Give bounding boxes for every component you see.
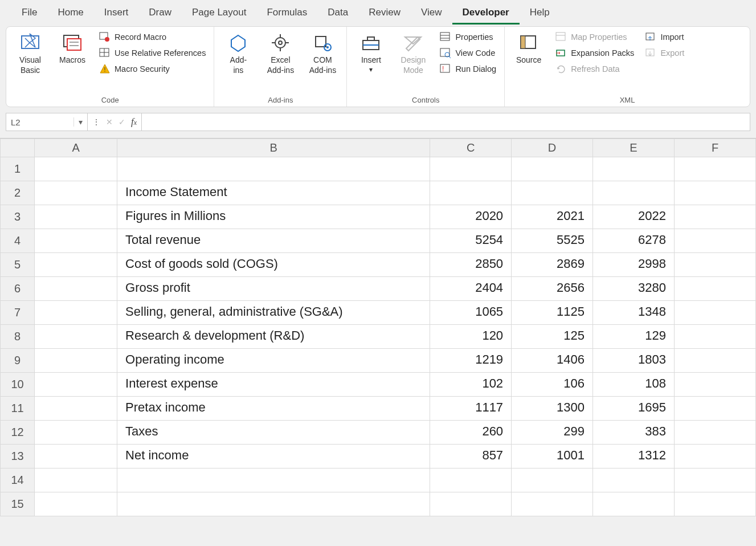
- row-header[interactable]: 1: [1, 157, 35, 181]
- tab-review[interactable]: Review: [358, 1, 411, 25]
- cell[interactable]: 1001: [512, 445, 593, 468]
- tab-formulas[interactable]: Formulas: [256, 1, 317, 25]
- cell[interactable]: [430, 492, 512, 516]
- row-header[interactable]: 2: [1, 181, 35, 205]
- cell[interactable]: 125: [512, 325, 593, 349]
- cell[interactable]: [35, 253, 117, 277]
- col-header-C[interactable]: C: [430, 139, 512, 157]
- cell[interactable]: 2404: [430, 277, 512, 301]
- cell[interactable]: [35, 445, 117, 468]
- col-header-F[interactable]: F: [675, 139, 756, 157]
- tab-developer[interactable]: Developer: [452, 1, 520, 25]
- row-header[interactable]: 3: [1, 205, 35, 229]
- cell[interactable]: 5254: [430, 229, 512, 253]
- tab-data[interactable]: Data: [317, 1, 358, 25]
- cell[interactable]: [593, 181, 675, 205]
- col-header-A[interactable]: A: [35, 139, 117, 157]
- row-header[interactable]: 11: [1, 397, 35, 421]
- cell[interactable]: 299: [512, 421, 593, 445]
- expansion-packs-button[interactable]: Expansion Packs: [553, 46, 636, 60]
- col-header-E[interactable]: E: [593, 139, 675, 157]
- name-box-dropdown[interactable]: ▾: [73, 117, 87, 127]
- cell[interactable]: 1312: [593, 445, 675, 468]
- map-properties-button[interactable]: Map Properties: [553, 30, 636, 44]
- cell[interactable]: Taxes: [117, 421, 430, 445]
- cell[interactable]: [675, 181, 756, 205]
- cell[interactable]: 2869: [512, 253, 593, 277]
- cancel-formula-icon[interactable]: ✕: [106, 117, 113, 127]
- cell[interactable]: [675, 349, 756, 373]
- cell[interactable]: [35, 277, 117, 301]
- cell[interactable]: [675, 157, 756, 181]
- refresh-data-button[interactable]: Refresh Data: [553, 62, 636, 76]
- cell[interactable]: [35, 421, 117, 445]
- cell[interactable]: Cost of goods sold (COGS): [117, 253, 430, 277]
- cell[interactable]: [675, 445, 756, 468]
- cell[interactable]: 1348: [593, 301, 675, 325]
- cell[interactable]: 1406: [512, 349, 593, 373]
- cell[interactable]: [675, 253, 756, 277]
- cell[interactable]: [430, 157, 512, 181]
- more-icon[interactable]: ⋮: [92, 117, 100, 127]
- cell[interactable]: Research & development (R&D): [117, 325, 430, 349]
- cell[interactable]: 2850: [430, 253, 512, 277]
- cell[interactable]: [675, 397, 756, 421]
- row-header[interactable]: 12: [1, 421, 35, 445]
- design-mode-button[interactable]: Design Mode: [395, 30, 431, 76]
- row-header[interactable]: 14: [1, 468, 35, 492]
- xml-export-button[interactable]: Export: [642, 46, 686, 60]
- cell[interactable]: [35, 492, 117, 516]
- cell[interactable]: 6278: [593, 229, 675, 253]
- cell[interactable]: [593, 492, 675, 516]
- cell[interactable]: [675, 325, 756, 349]
- cell[interactable]: Figures in Millions: [117, 205, 430, 229]
- cell[interactable]: 102: [430, 373, 512, 397]
- cell[interactable]: 1300: [512, 397, 593, 421]
- cell[interactable]: 1117: [430, 397, 512, 421]
- use-relative-references-button[interactable]: Use Relative References: [96, 46, 208, 60]
- cell[interactable]: [675, 301, 756, 325]
- excel-addins-button[interactable]: Excel Add-ins: [262, 30, 299, 76]
- cell[interactable]: Operating income: [117, 349, 430, 373]
- cell[interactable]: Total revenue: [117, 229, 430, 253]
- visual-basic-button[interactable]: Visual Basic: [12, 30, 48, 76]
- cell[interactable]: [35, 468, 117, 492]
- tab-help[interactable]: Help: [520, 1, 560, 25]
- tab-view[interactable]: View: [411, 1, 452, 25]
- cell[interactable]: 106: [512, 373, 593, 397]
- col-header-D[interactable]: D: [512, 139, 593, 157]
- tab-file[interactable]: File: [11, 1, 47, 25]
- row-header[interactable]: 10: [1, 373, 35, 397]
- row-header[interactable]: 8: [1, 325, 35, 349]
- view-code-button[interactable]: View Code: [437, 46, 498, 60]
- row-header[interactable]: 15: [1, 492, 35, 516]
- cell[interactable]: [675, 277, 756, 301]
- cell[interactable]: [35, 205, 117, 229]
- cell[interactable]: Income Statement: [117, 181, 430, 205]
- cell[interactable]: 2020: [430, 205, 512, 229]
- cell[interactable]: 2656: [512, 277, 593, 301]
- row-header[interactable]: 7: [1, 301, 35, 325]
- cell[interactable]: [35, 349, 117, 373]
- cell[interactable]: 2998: [593, 253, 675, 277]
- row-header[interactable]: 4: [1, 229, 35, 253]
- cell[interactable]: [117, 157, 430, 181]
- cell[interactable]: [675, 421, 756, 445]
- cell[interactable]: [512, 468, 593, 492]
- cell[interactable]: [675, 468, 756, 492]
- cell[interactable]: 1125: [512, 301, 593, 325]
- record-macro-button[interactable]: Record Macro: [96, 30, 208, 44]
- insert-controls-button[interactable]: Insert ▾: [353, 30, 389, 75]
- cell[interactable]: [35, 157, 117, 181]
- tab-home[interactable]: Home: [47, 1, 93, 25]
- cell[interactable]: 120: [430, 325, 512, 349]
- row-header[interactable]: 13: [1, 445, 35, 468]
- formula-input[interactable]: [142, 113, 750, 131]
- cell[interactable]: 5525: [512, 229, 593, 253]
- cell[interactable]: 260: [430, 421, 512, 445]
- macro-security-button[interactable]: ! Macro Security: [96, 62, 208, 76]
- cell[interactable]: [675, 229, 756, 253]
- cell[interactable]: [512, 181, 593, 205]
- insert-function-button[interactable]: fx: [131, 116, 137, 128]
- name-box[interactable]: [6, 115, 73, 129]
